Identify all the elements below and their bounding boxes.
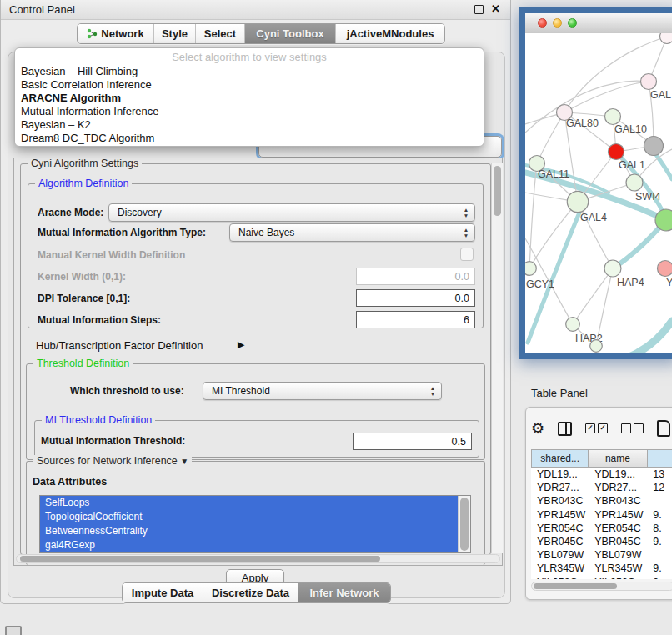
table-cell[interactable]: YBR043C	[589, 494, 647, 508]
menu-item-bayesian-k2[interactable]: Bayesian – K2	[21, 118, 478, 132]
kernel-width-field[interactable]: 0.0	[356, 268, 475, 285]
table-cell[interactable]: 13	[647, 468, 672, 481]
document-icon[interactable]	[657, 420, 670, 437]
tab-jactivemnodules[interactable]: jActiveMNodules	[336, 24, 444, 43]
tab-style[interactable]: Style	[154, 24, 196, 43]
table-cell[interactable]: 8.	[647, 522, 672, 535]
mi-algorithm-type-combobox[interactable]: Naive Bayes ▲▼	[229, 223, 475, 242]
network-edge[interactable]	[627, 321, 672, 352]
table-cell[interactable]	[647, 548, 672, 562]
settings-vertical-scrollbar[interactable]	[491, 163, 503, 553]
network-node[interactable]	[660, 33, 672, 44]
menu-item-bayesian-hill-climbing[interactable]: Bayesian – Hill Climbing	[21, 65, 478, 78]
table-cell[interactable]: YBL079W	[531, 548, 589, 562]
menu-item-dream8[interactable]: Dream8 DC_TDC Algorithm	[21, 132, 478, 145]
tab-select[interactable]: Select	[196, 24, 245, 43]
table-cell[interactable]: 12	[647, 481, 672, 494]
network-canvas[interactable]: GALGAL80GAL10GAL1GAL11SWI4GAL4GCY1HAP4YH…	[525, 33, 672, 352]
list-vscroll-thumb[interactable]	[460, 498, 469, 551]
which-threshold-combobox[interactable]: MI Threshold ▲▼	[203, 382, 442, 400]
close-icon[interactable]: ✕	[491, 2, 500, 15]
network-node[interactable]	[567, 191, 588, 212]
table-cell[interactable]: YER054C	[589, 522, 647, 535]
table-cell[interactable]: 9.	[647, 562, 672, 575]
column-header-name[interactable]: name	[589, 449, 647, 468]
manual-kernel-width-checkbox[interactable]	[460, 248, 474, 261]
settings-vscroll-thumb[interactable]	[494, 166, 501, 216]
mi-threshold-field[interactable]: 0.5	[353, 432, 472, 450]
network-node[interactable]	[641, 74, 657, 90]
list-item[interactable]: TopologicalCoefficient	[40, 510, 459, 524]
list-vertical-scrollbar[interactable]	[458, 496, 470, 552]
table-cell[interactable]: YIL052C	[589, 576, 647, 580]
table-cell[interactable]: YIL052C	[531, 576, 589, 580]
close-traffic-light-icon[interactable]	[538, 18, 547, 28]
table-row[interactable]: YER054CYER054C8.	[531, 522, 672, 535]
split-columns-icon[interactable]	[558, 422, 572, 436]
table-row[interactable]: YLR345WYLR345W9.	[531, 562, 672, 575]
list-item[interactable]: gal4RGexp	[40, 538, 459, 552]
table-cell[interactable]: YLR345W	[589, 562, 647, 575]
settings-horizontal-scrollbar[interactable]	[16, 554, 500, 563]
network-node[interactable]	[626, 174, 643, 191]
control-panel-titlebar[interactable]: Control Panel ✕	[1, 0, 510, 20]
list-item[interactable]: SelfLoops	[40, 496, 459, 510]
deselect-all-columns-icon[interactable]	[621, 423, 644, 433]
expand-right-icon[interactable]: ▶	[238, 339, 244, 350]
data-attributes-list[interactable]: SelfLoops TopologicalCoefficient Between…	[39, 495, 471, 553]
menu-item-mutual-information[interactable]: Mutual Information Inference	[21, 105, 478, 118]
table-row[interactable]: YDL19...YDL19...13	[531, 468, 672, 481]
gear-icon[interactable]: ⚙	[531, 421, 544, 436]
zoom-traffic-light-icon[interactable]	[568, 18, 577, 28]
tab-network[interactable]: Network	[78, 24, 154, 43]
table-cell[interactable]: YDL19...	[531, 468, 589, 481]
table-cell[interactable]: YPR145W	[589, 508, 647, 522]
network-edge[interactable]	[655, 153, 672, 179]
tab-impute-data[interactable]: Impute Data	[123, 583, 203, 602]
network-node[interactable]	[655, 209, 672, 231]
select-all-columns-icon[interactable]: ✓ ✓	[585, 423, 608, 433]
table-horizontal-scrollbar[interactable]	[531, 582, 672, 591]
table-row[interactable]: YDR27...YDR27...12	[531, 481, 672, 494]
table-hscroll-thumb[interactable]	[534, 583, 617, 589]
table-cell[interactable]: 0.	[647, 576, 672, 580]
table-cell[interactable]: YBR045C	[589, 535, 647, 548]
float-window-icon[interactable]	[474, 5, 484, 14]
table-cell[interactable]: YBR043C	[531, 494, 589, 508]
network-window-titlebar[interactable]	[525, 13, 672, 34]
settings-hscroll-thumb[interactable]	[20, 556, 380, 562]
dpi-tolerance-field[interactable]: 0.0	[356, 289, 475, 307]
list-item[interactable]: BetweennessCentrality	[40, 524, 459, 538]
table-cell[interactable]	[647, 494, 672, 508]
table-cell[interactable]: 9.	[647, 508, 672, 522]
tab-infer-network[interactable]: Infer Network	[298, 583, 390, 602]
network-edge[interactable]	[564, 82, 649, 112]
collapse-down-icon[interactable]: ▼	[180, 457, 188, 466]
aracne-mode-combobox[interactable]: Discovery ▲▼	[108, 203, 475, 222]
menu-item-basic-correlation[interactable]: Basic Correlation Inference	[21, 78, 478, 92]
network-edge[interactable]	[537, 112, 564, 163]
table-cell[interactable]: YLR345W	[531, 562, 589, 575]
table-cell[interactable]: YBR045C	[531, 535, 589, 548]
network-node[interactable]	[604, 260, 621, 277]
menu-item-aracne[interactable]: ARACNE Algorithm	[21, 92, 478, 105]
hub-definition-label[interactable]: Hub/Transcription Factor Definition	[36, 339, 203, 352]
tab-cyni-toolbox[interactable]: Cyni Toolbox	[245, 24, 336, 43]
grid-icon[interactable]	[5, 626, 22, 635]
minimize-traffic-light-icon[interactable]	[553, 18, 562, 28]
table-cell[interactable]: YDR27...	[589, 481, 647, 494]
table-row[interactable]: YBL079WYBL079W	[531, 548, 672, 562]
table-cell[interactable]: YER054C	[531, 522, 589, 535]
network-node[interactable]	[590, 340, 603, 352]
network-node[interactable]	[605, 109, 621, 125]
table-cell[interactable]: YPR145W	[531, 508, 589, 522]
network-node[interactable]	[566, 318, 580, 332]
network-node[interactable]	[525, 262, 536, 276]
table-row[interactable]: YIL052CYIL052C0.	[531, 576, 672, 580]
table-cell[interactable]: YDL19...	[589, 468, 647, 481]
network-graph[interactable]: GALGAL80GAL10GAL1GAL11SWI4GAL4GCY1HAP4YH…	[525, 33, 672, 352]
mi-steps-field[interactable]: 6	[356, 311, 475, 328]
table-row[interactable]: YBR045CYBR045C9.	[531, 535, 672, 548]
table-cell[interactable]: 9.	[647, 535, 672, 548]
table-cell[interactable]: YDR27...	[531, 481, 589, 494]
